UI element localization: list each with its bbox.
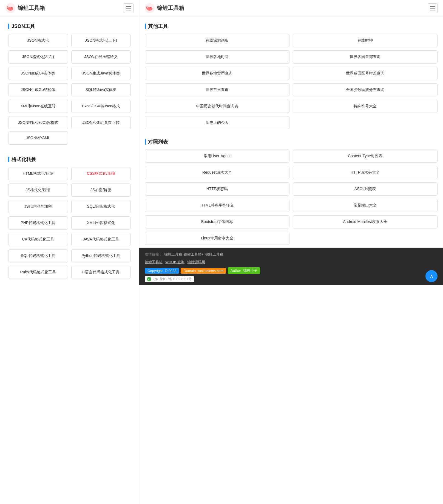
tool-json-format-updown[interactable]: JSON格式化(上下)	[71, 34, 131, 47]
right-logo-text: 锦鲤工具箱	[157, 4, 184, 12]
footer-copyright-row: Copyright © 2023 Domain tool.koicms.com …	[145, 267, 438, 274]
author-label: Author	[231, 268, 241, 273]
tool-html-format[interactable]: HTML格式化/压缩	[8, 167, 68, 180]
hamburger-line	[126, 10, 131, 10]
tool-common-ports[interactable]: 常见端口大全	[293, 199, 438, 212]
left-panel: 锦鲤工具箱 JSON工具 JSON格式化 JSON格式化(上下) JSON格式化…	[0, 0, 139, 504]
icp-icon: e	[147, 277, 151, 281]
tool-user-agent[interactable]: 常用User-Agent	[145, 150, 289, 163]
left-menu-button[interactable]	[124, 3, 134, 13]
tool-php-format[interactable]: PHP代码格式化工具	[8, 216, 68, 230]
copyright-badge: Copyright © 2023	[145, 268, 179, 274]
hamburger-line	[126, 6, 131, 7]
tool-css-format[interactable]: CSS格式化/压缩	[71, 167, 131, 180]
svg-point-2	[11, 7, 13, 8]
left-logo[interactable]: 锦鲤工具箱	[5, 3, 45, 13]
tool-json-get[interactable]: JSON和GET参数互转	[71, 116, 131, 129]
tool-python-format[interactable]: Python代码格式化工具	[71, 249, 131, 262]
tool-c-format[interactable]: C语言代码格式化工具	[71, 266, 131, 279]
tool-special-symbols[interactable]: 特殊符号大全	[293, 100, 438, 113]
tool-json-java[interactable]: JSON生成Java实体类	[71, 67, 131, 80]
format-section-title: 格式化转换	[8, 156, 131, 163]
tool-js-encrypt[interactable]: JS加密/解密	[71, 184, 131, 197]
format-section: 格式化转换 HTML格式化/压缩 CSS格式化/压缩 JS格式化/压缩 JS加密…	[0, 150, 139, 284]
icp-value: 豫ICP备19027961号	[160, 277, 192, 282]
tool-request-all[interactable]: Request请求大全	[145, 166, 289, 179]
tool-json-yaml[interactable]: JSON转YAML	[8, 131, 68, 145]
tool-android-manifest[interactable]: Android Manifest权限大全	[293, 215, 438, 228]
tool-sql-java[interactable]: SQL转Java实体类	[71, 83, 131, 96]
tool-festival-query[interactable]: 世界节日查询	[145, 83, 289, 96]
tool-html-entities[interactable]: HTML特殊字符转义	[145, 199, 289, 212]
other-section-title: 其他工具	[145, 23, 438, 30]
icp-badge: e ICP 豫ICP备19027961号	[145, 276, 194, 282]
domain-label: Domain	[183, 269, 196, 273]
tool-js-format[interactable]: JS格式化/压缩	[8, 184, 68, 197]
svg-point-3	[12, 7, 12, 8]
tool-json-format[interactable]: JSON格式化	[8, 34, 68, 47]
tool-sql-format[interactable]: SQL压缩/格式化	[71, 200, 131, 213]
tool-excel-json[interactable]: Excel/CSV转Json格式	[71, 100, 131, 113]
copyright-year: © 2023	[165, 269, 176, 273]
footer: 友情链接： 锦鲤工具箱 锦鲤工具箱+ 锦鲤工具箱 锦鲤工具箱 WHOIS查询 锦…	[139, 248, 443, 285]
tool-currency-query[interactable]: 世界各地货币查询	[145, 67, 289, 80]
back-top-icon: ∧	[430, 273, 434, 279]
tool-today-history[interactable]: 历史上的今天	[145, 116, 289, 129]
compare-section: 对照列表 常用User-Agent Content-Type对照表 Reques…	[145, 132, 438, 248]
tool-world-time[interactable]: 世界各地时间	[145, 50, 289, 64]
svg-point-6	[150, 7, 152, 8]
tool-content-type[interactable]: Content-Type对照表	[293, 150, 438, 163]
hamburger-line	[430, 8, 435, 8]
domain-badge: Domain tool.koicms.com	[181, 268, 226, 274]
other-section: 其他工具 在线涂鸦画板 在线时钟 世界各地时间 世界各国首都查询 世界各地货币查…	[145, 16, 438, 132]
tool-ruby-format[interactable]: Ruby代码格式化工具	[8, 266, 68, 279]
tool-linux-commands[interactable]: Linux常用命令大全	[145, 232, 289, 245]
right-header: 锦鲤工具箱	[139, 0, 443, 16]
footer-link-1[interactable]: 锦鲤工具箱	[164, 252, 182, 257]
svg-text:e: e	[148, 278, 149, 281]
right-logo[interactable]: 锦鲤工具箱	[145, 3, 184, 13]
tool-drawing-board[interactable]: 在线涂鸦画板	[145, 34, 289, 47]
tool-json-format-leftright[interactable]: JSON格式化(左右)	[8, 50, 68, 64]
footer-friendship-label: 友情链接：	[145, 252, 163, 257]
copyright-label: Copyright	[147, 269, 163, 273]
tool-sql-code-format[interactable]: SQL代码格式化工具	[8, 249, 68, 262]
tool-xml-format[interactable]: XML压缩/格式化	[71, 216, 131, 230]
tool-json-compress[interactable]: JSON在线压缩转义	[71, 50, 131, 64]
tool-xml-json[interactable]: XML和Json在线互转	[8, 100, 68, 113]
tool-js-obfuscate[interactable]: JS代码混合加密	[8, 200, 68, 213]
hamburger-line	[430, 6, 435, 7]
compare-extra-grid: Linux常用命令大全	[145, 232, 438, 245]
tool-http-headers[interactable]: HTTP请求头大全	[293, 166, 438, 179]
footer-row2: 锦鲤工具箱 WHOIS查询 锦鲤源码网 ∧	[145, 260, 438, 265]
footer-link-whois[interactable]: WHOIS查询	[165, 260, 184, 265]
compare-tool-grid: 常用User-Agent Content-Type对照表 Request请求大全…	[145, 150, 438, 228]
left-logo-text: 锦鲤工具箱	[18, 4, 45, 12]
json-section: JSON工具 JSON格式化 JSON格式化(上下) JSON格式化(左右) J…	[0, 16, 139, 150]
compare-section-title: 对照列表	[145, 139, 438, 145]
footer-icp-row: e ICP 豫ICP备19027961号	[145, 276, 438, 282]
tool-capital-query[interactable]: 世界各国首都查询	[293, 50, 438, 64]
tool-csharp-format[interactable]: C#代码格式化工具	[8, 233, 68, 246]
footer-link-3[interactable]: 锦鲤工具箱	[205, 252, 223, 257]
json-tool-grid-extra: JSON转YAML	[8, 131, 131, 145]
footer-link-4[interactable]: 锦鲤工具箱	[145, 260, 163, 265]
tool-json-csharp[interactable]: JSON生成C#实体类	[8, 67, 68, 80]
footer-link-2[interactable]: 锦鲤工具箱+	[184, 252, 204, 257]
tool-bootstrap-icons[interactable]: Bootstrap字体图标	[145, 215, 289, 228]
author-badge: Author 锦鲤小子	[228, 267, 260, 274]
tool-dynasty-query[interactable]: 中国历史朝代时间查询表	[145, 100, 289, 113]
right-menu-button[interactable]	[428, 3, 438, 13]
tool-ascii[interactable]: ASCII对照表	[293, 182, 438, 196]
tool-http-status[interactable]: HTTP状态码	[145, 182, 289, 196]
footer-links: 友情链接： 锦鲤工具箱 锦鲤工具箱+ 锦鲤工具箱	[145, 252, 438, 257]
back-to-top-button[interactable]: ∧	[425, 270, 438, 282]
tool-minority-query[interactable]: 全国少数民族分布查询	[293, 83, 438, 96]
tool-json-excel[interactable]: JSON转Excel/CSV格式	[8, 116, 68, 129]
hamburger-line	[126, 8, 131, 8]
tool-json-go[interactable]: JSON生成Go结构体	[8, 83, 68, 96]
tool-timezone-query[interactable]: 世界各国区号时差查询	[293, 67, 438, 80]
tool-java-format[interactable]: JAVA代码格式化工具	[71, 233, 131, 246]
footer-link-source[interactable]: 锦鲤源码网	[187, 260, 205, 265]
tool-online-clock[interactable]: 在线时钟	[293, 34, 438, 47]
